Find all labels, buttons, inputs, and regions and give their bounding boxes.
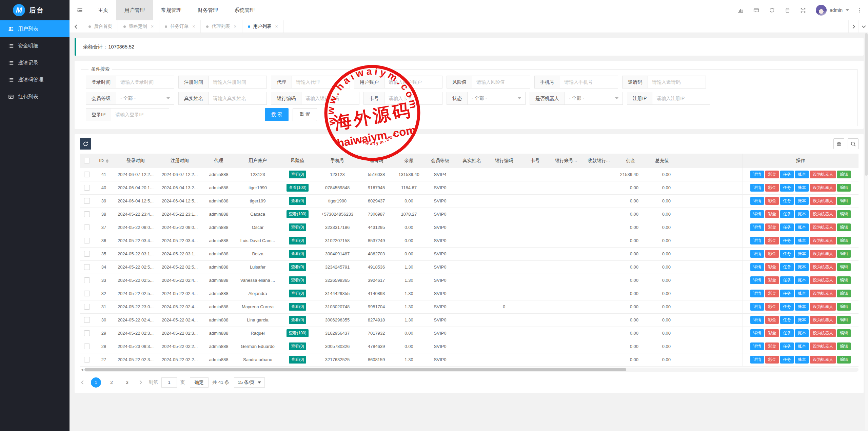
field-input[interactable]: [472, 76, 530, 89]
action-blue-button[interactable]: 账本: [795, 329, 809, 337]
action-blue-button[interactable]: 详情: [750, 303, 764, 311]
search-button[interactable]: 搜 索: [265, 108, 289, 121]
page-size-select[interactable]: 15 条/页: [234, 377, 265, 388]
reset-button[interactable]: 重 置: [293, 108, 317, 121]
action-blue-button[interactable]: 账本: [795, 290, 809, 297]
topnav-item[interactable]: 系统管理: [226, 0, 263, 20]
topnav-item[interactable]: 用户管理: [116, 0, 153, 20]
risk-view-badge[interactable]: 查看(0): [289, 197, 306, 205]
field-input[interactable]: [209, 76, 267, 89]
action-blue-button[interactable]: 详情: [750, 290, 764, 297]
risk-view-badge[interactable]: 查看(0): [289, 223, 306, 231]
action-green-button[interactable]: 编辑: [837, 171, 851, 178]
column-header[interactable]: 登录时间: [114, 154, 158, 168]
action-blue-button[interactable]: 任务: [780, 184, 794, 192]
action-red-button[interactable]: 彩金: [765, 250, 779, 258]
row-checkbox[interactable]: [84, 224, 90, 230]
action-blue-button[interactable]: 账本: [795, 303, 809, 311]
column-header[interactable]: 手机号: [315, 154, 359, 168]
column-header[interactable]: 邀请码: [359, 154, 393, 168]
action-red-button[interactable]: 设为机器人: [810, 276, 836, 284]
action-blue-button[interactable]: 账本: [795, 342, 809, 350]
column-header[interactable]: 真实姓名: [456, 154, 488, 168]
column-header[interactable]: 收款银行...: [582, 154, 615, 168]
tab[interactable]: 策略定制×: [118, 20, 159, 33]
field-input[interactable]: [648, 76, 706, 89]
sort-icon[interactable]: [106, 159, 108, 163]
action-green-button[interactable]: 编辑: [837, 342, 851, 350]
action-blue-button[interactable]: 任务: [780, 171, 794, 178]
risk-view-badge[interactable]: 查看(0): [289, 303, 306, 311]
action-blue-button[interactable]: 详情: [750, 210, 764, 218]
action-blue-button[interactable]: 任务: [780, 303, 794, 311]
action-red-button[interactable]: 设为机器人: [810, 197, 836, 205]
action-blue-button[interactable]: 详情: [750, 171, 764, 178]
action-blue-button[interactable]: 详情: [750, 263, 764, 271]
action-red-button[interactable]: 彩金: [765, 303, 779, 311]
action-red-button[interactable]: 彩金: [765, 356, 779, 364]
action-red-button[interactable]: 设为机器人: [810, 171, 836, 178]
action-blue-button[interactable]: 账本: [795, 184, 809, 192]
column-header[interactable]: 注册时间: [158, 154, 202, 168]
column-header[interactable]: 卡号: [520, 154, 550, 168]
action-blue-button[interactable]: 任务: [780, 316, 794, 324]
topnav-item[interactable]: 常规管理: [153, 0, 190, 20]
row-checkbox[interactable]: [84, 172, 90, 177]
field-select[interactable]: - 全部 -: [565, 92, 623, 105]
confirm-page-button[interactable]: 确定: [190, 377, 209, 388]
tab-close-icon[interactable]: ×: [275, 24, 278, 29]
vertical-scrollbar[interactable]: [865, 33, 868, 430]
action-blue-button[interactable]: 账本: [795, 356, 809, 364]
action-blue-button[interactable]: 账本: [795, 223, 809, 231]
column-header[interactable]: 银行编码: [488, 154, 520, 168]
action-red-button[interactable]: 设为机器人: [810, 342, 836, 350]
action-red-button[interactable]: 设为机器人: [810, 210, 836, 218]
page-number[interactable]: 3: [122, 377, 132, 388]
action-green-button[interactable]: 编辑: [837, 210, 851, 218]
action-green-button[interactable]: 编辑: [837, 329, 851, 337]
risk-view-badge[interactable]: 查看(100): [287, 210, 308, 218]
row-checkbox[interactable]: [84, 317, 90, 323]
field-input[interactable]: [560, 76, 618, 89]
field-input[interactable]: [652, 92, 710, 105]
goto-page-input[interactable]: [161, 377, 177, 388]
field-input[interactable]: [292, 76, 350, 89]
action-red-button[interactable]: 彩金: [765, 210, 779, 218]
scrollbar-thumb[interactable]: [84, 368, 626, 371]
row-checkbox[interactable]: [84, 277, 90, 283]
action-blue-button[interactable]: 任务: [780, 223, 794, 231]
row-checkbox[interactable]: [84, 264, 90, 270]
tab[interactable]: 用户列表×: [242, 20, 284, 33]
action-blue-button[interactable]: 详情: [750, 250, 764, 258]
action-blue-button[interactable]: 详情: [750, 237, 764, 244]
action-blue-button[interactable]: 账本: [795, 250, 809, 258]
action-green-button[interactable]: 编辑: [837, 290, 851, 297]
action-blue-button[interactable]: 详情: [750, 356, 764, 364]
action-red-button[interactable]: 设为机器人: [810, 303, 836, 311]
action-blue-button[interactable]: 任务: [780, 237, 794, 244]
action-blue-button[interactable]: 账本: [795, 237, 809, 244]
tab[interactable]: 任务订单×: [159, 20, 201, 33]
row-checkbox[interactable]: [84, 198, 90, 204]
action-blue-button[interactable]: 账本: [795, 210, 809, 218]
action-red-button[interactable]: 彩金: [765, 263, 779, 271]
row-checkbox[interactable]: [84, 344, 90, 349]
risk-view-badge[interactable]: 查看(100): [287, 184, 308, 192]
action-red-button[interactable]: 设为机器人: [810, 250, 836, 258]
action-blue-button[interactable]: 账本: [795, 263, 809, 271]
column-header[interactable]: 银行账号...: [550, 154, 582, 168]
tab-close-icon[interactable]: ×: [151, 24, 154, 29]
field-input[interactable]: [301, 92, 359, 105]
next-page-icon[interactable]: [138, 379, 143, 385]
column-header[interactable]: ID: [94, 154, 114, 168]
column-header[interactable]: 余额: [393, 154, 425, 168]
row-checkbox[interactable]: [84, 185, 90, 191]
field-input[interactable]: [116, 76, 174, 89]
action-green-button[interactable]: 编辑: [837, 356, 851, 364]
scrollbar-track[interactable]: [84, 368, 859, 372]
action-blue-button[interactable]: 任务: [780, 290, 794, 297]
prev-page-icon[interactable]: [80, 379, 85, 385]
topnav-item[interactable]: 财务管理: [190, 0, 226, 20]
tabs-scroll-left-icon[interactable]: [70, 20, 83, 33]
column-header[interactable]: 总充值: [646, 154, 678, 168]
